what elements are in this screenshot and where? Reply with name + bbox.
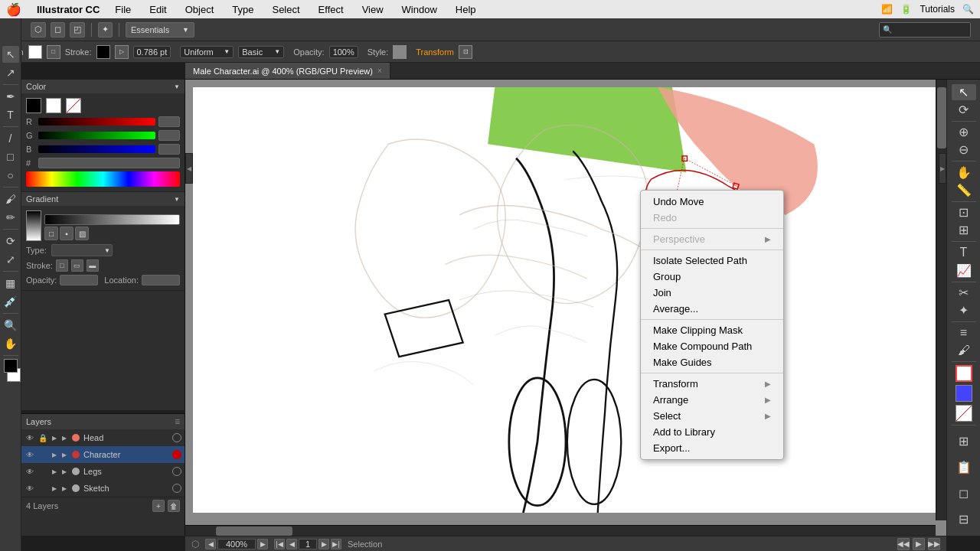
tool-btn-1[interactable]: ⬡ [31, 22, 46, 37]
canvas-area[interactable] [185, 80, 946, 536]
search-icon[interactable]: 🔍 [962, 4, 974, 15]
vertical-scrollbar[interactable] [936, 80, 946, 520]
opacity-value[interactable]: 100% [329, 46, 358, 58]
menu-effect[interactable]: Effect [315, 4, 347, 15]
ctx-isolate-path[interactable]: Isolate Selected Path [641, 253, 783, 269]
gradient-panel-header[interactable]: Gradient ▼ [21, 192, 185, 206]
panel-collapse-btn[interactable]: ◀ [185, 153, 193, 184]
ctx-make-guides[interactable]: Make Guides [641, 354, 783, 370]
rtool-zoom-in[interactable]: ⊕ [952, 124, 976, 140]
page-num[interactable]: 1 [299, 539, 317, 549]
ctx-make-compound-path[interactable]: Make Compound Path [641, 338, 783, 354]
uniform-dropdown[interactable]: Uniform▼ [180, 46, 234, 58]
stroke-btn[interactable]: ▷ [115, 45, 129, 59]
rtool-magic-wand[interactable]: ✦ [952, 302, 976, 318]
character-visibility-icon[interactable]: 👁 [24, 449, 35, 460]
essentials-dropdown[interactable]: Essentials▼ [126, 22, 194, 37]
ctx-redo[interactable]: Redo [641, 210, 783, 226]
type-tool[interactable]: T [2, 106, 19, 123]
tutorials-link[interactable]: Tutorials [920, 4, 955, 15]
legs-visibility-icon[interactable]: 👁 [24, 466, 35, 477]
ctx-transform[interactable]: Transform ▶ [641, 376, 783, 392]
gradient-tool[interactable]: ▦ [2, 275, 19, 292]
gradient-stroke-3[interactable]: ▬ [87, 259, 99, 272]
ctx-group[interactable]: Group [641, 269, 783, 285]
stroke-value[interactable]: 0.786 pt [133, 46, 172, 58]
gradient-stroke-1[interactable]: □ [56, 259, 68, 272]
legs-layer-circle[interactable] [172, 467, 181, 476]
color-panel-header[interactable]: Color ▼ [21, 80, 185, 93]
direct-select-tool[interactable]: ↗ [2, 64, 19, 81]
eyedropper-tool[interactable]: 💉 [2, 293, 19, 310]
line-tool[interactable]: / [2, 130, 19, 147]
active-tab[interactable]: Male Character.ai @ 400% (RGB/GPU Previe… [185, 63, 390, 79]
style-swatch[interactable] [393, 45, 407, 59]
apple-menu[interactable]: 🍎 [6, 2, 21, 17]
head-lock-icon[interactable]: 🔒 [38, 432, 48, 443]
layer-head[interactable]: 👁 🔒 ▶ ▶ Head [21, 429, 185, 446]
rtool-graph[interactable]: 📈 [952, 262, 976, 279]
sketch-expand-icon[interactable]: ▶ [51, 483, 58, 494]
menu-view[interactable]: View [359, 4, 387, 15]
transform-link[interactable]: Transform [416, 47, 454, 57]
sketch-visibility-icon[interactable]: 👁 [24, 483, 35, 494]
head-layer-circle[interactable] [172, 433, 181, 442]
rtool-ruler[interactable]: 📏 [952, 182, 976, 198]
rotate-tool[interactable]: ⟳ [2, 233, 19, 249]
layer-character[interactable]: 👁 ▶ ▶ Character [21, 446, 185, 463]
tool-btn-arrow[interactable]: ✦ [98, 22, 113, 37]
page-next-btn[interactable]: ▶ [318, 539, 329, 549]
transform-icon[interactable]: ⊡ [459, 45, 472, 59]
fg-color[interactable] [4, 359, 18, 373]
color-spectrum[interactable] [26, 171, 180, 187]
rtool-type[interactable]: T [952, 245, 976, 261]
right-panel-collapse-btn[interactable]: ▶ [939, 153, 946, 184]
rect-tool[interactable]: □ [2, 148, 19, 165]
menu-type[interactable]: Type [229, 4, 256, 15]
ctx-select[interactable]: Select ▶ [641, 408, 783, 424]
layer-legs[interactable]: 👁 ▶ ▶ Legs [21, 463, 185, 480]
sketch-expand-icon-2[interactable]: ▶ [60, 483, 68, 494]
zoom-next-btn[interactable]: ▶ [257, 539, 268, 549]
menu-window[interactable]: Window [399, 4, 440, 15]
menu-object[interactable]: Object [182, 4, 217, 15]
rtool-none-swatch[interactable] [956, 405, 972, 422]
rtool-brush[interactable]: 🖌 [952, 343, 976, 359]
ctx-perspective[interactable]: Perspective ▶ [641, 231, 783, 247]
menu-select[interactable]: Select [269, 4, 302, 15]
rtool-scissors[interactable]: ✂ [952, 285, 976, 301]
legs-expand-icon-2[interactable]: ▶ [60, 466, 68, 477]
location-input[interactable] [142, 275, 180, 285]
gradient-preview-swatch[interactable] [26, 210, 41, 241]
ctx-add-library[interactable]: Add to Library [641, 424, 783, 440]
artboard-btn[interactable]: ⬡ [191, 539, 199, 549]
tool-btn-3[interactable]: ◰ [70, 22, 85, 37]
b-slider[interactable] [38, 145, 155, 153]
gradient-type-select[interactable]: ▼ [51, 244, 113, 256]
play-btn[interactable]: ▶ [913, 538, 925, 550]
brush-tool[interactable]: 🖌 [2, 191, 19, 207]
layer-sketch[interactable]: 👁 ▶ ▶ Sketch [21, 480, 185, 497]
character-expand-icon[interactable]: ▶ [51, 449, 58, 460]
path-type-btn[interactable]: □ [47, 45, 60, 59]
pencil-tool[interactable]: ✏ [2, 209, 19, 226]
gradient-stroke-2[interactable]: ▭ [71, 259, 83, 272]
zoom-tool[interactable]: 🔍 [2, 317, 19, 334]
sketch-layer-circle[interactable] [172, 484, 181, 493]
b-value[interactable] [158, 144, 180, 155]
rtool-align[interactable]: ⊡ [952, 204, 976, 220]
rtool-zoom-out[interactable]: ⊖ [952, 142, 976, 158]
new-layer-btn[interactable]: + [152, 500, 165, 512]
none-swatch[interactable] [66, 98, 81, 113]
page-first-btn[interactable]: |◀ [274, 539, 285, 549]
fg-swatch[interactable] [26, 98, 41, 113]
hscroll-thumb[interactable] [216, 527, 292, 536]
rtool-screen-mode[interactable]: ⊟ [952, 507, 976, 531]
horizontal-scrollbar[interactable] [185, 525, 936, 536]
rtool-transform[interactable]: ⟳ [952, 102, 976, 118]
rtool-select[interactable]: ↖ [952, 84, 976, 100]
character-expand-icon-2[interactable]: ▶ [60, 449, 68, 460]
gradient-icon-2[interactable]: ▪ [60, 227, 74, 240]
rtool-draw-inside[interactable]: ◻ [952, 481, 976, 505]
rtool-appearance[interactable]: ≡ [952, 325, 976, 341]
